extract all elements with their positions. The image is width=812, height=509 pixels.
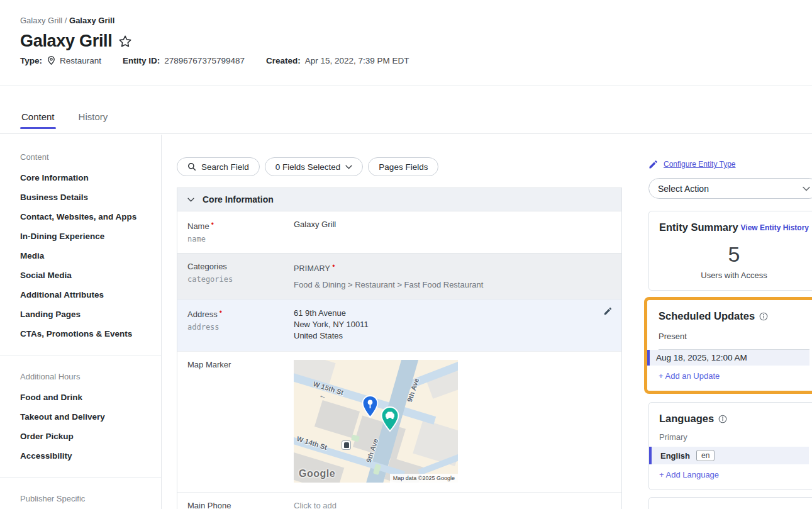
sidebar-item-social-media[interactable]: Social Media [20, 271, 141, 280]
entity-meta: Type: Restaurant Entity ID: 278967673757… [20, 55, 431, 65]
left-sidebar: Content Core Information Business Detail… [0, 135, 162, 509]
tab-history[interactable]: History [77, 111, 109, 133]
address-line-1: 61 9th Avenue [294, 308, 611, 319]
language-name: English [660, 451, 690, 461]
sidebar-item-landing-pages[interactable]: Landing Pages [20, 310, 141, 319]
view-entity-history-link[interactable]: View Entity History [741, 223, 809, 232]
field-row-map-marker[interactable]: Map Marker [177, 351, 621, 492]
select-action-dropdown[interactable]: Select Action [648, 178, 812, 199]
type-label: Type: [20, 56, 42, 65]
select-action-value: Select Action [658, 184, 709, 194]
sidebar-item-core-information[interactable]: Core Information [20, 173, 141, 182]
languages-card: Languages Primary English en + Add Langu… [648, 402, 812, 490]
field-api-categories: categories [187, 275, 294, 284]
add-language-link[interactable]: + Add Language [659, 470, 809, 479]
sidebar-item-ctas-promotions-events[interactable]: CTAs, Promotions & Events [20, 329, 141, 338]
pages-fields-label: Pages Fields [379, 162, 428, 172]
field-row-main-phone[interactable]: Main Phone mainPhone Click to add [177, 492, 621, 509]
breadcrumb-current: Galaxy Grill [69, 16, 114, 25]
transit-station-icon [342, 440, 351, 450]
one-way-arrow-icon: ← [318, 389, 328, 401]
add-update-link[interactable]: + Add an Update [659, 371, 809, 381]
info-icon[interactable] [718, 415, 727, 423]
sidebar-section-heading-additional-hours: Additional Hours [20, 372, 141, 381]
field-value-main-phone[interactable]: Click to add [294, 501, 611, 509]
field-row-name[interactable]: Name name Galaxy Grill [177, 211, 621, 253]
sidebar-item-in-dining-experience[interactable]: In-Dining Experience [20, 232, 141, 241]
sidebar-item-business-details[interactable]: Business Details [20, 193, 141, 202]
location-pin-icon [47, 55, 56, 65]
scheduled-update-date: Aug 18, 2025, 12:00 AM [656, 353, 747, 362]
type-value: Restaurant [60, 56, 101, 65]
fields-selected-dropdown[interactable]: 0 Fields Selected [265, 157, 364, 176]
categories-primary-label: PRIMARY [294, 264, 330, 273]
map-thumbnail[interactable]: W 15th St 9th Ave 9th Ave W 14th St ← ← [294, 360, 458, 483]
address-line-2: New York, NY 10011 [294, 319, 611, 330]
pages-fields-button[interactable]: Pages Fields [368, 157, 438, 176]
field-row-address[interactable]: Address address 61 9th Avenue New York, … [177, 299, 621, 351]
scheduled-updates-card: Scheduled Updates Present Aug 18, 2025, … [644, 297, 812, 394]
configure-entity-type-link[interactable]: Configure Entity Type [664, 160, 736, 169]
star-icon[interactable] [118, 35, 132, 48]
chevron-down-icon [345, 165, 352, 169]
entity-id-value: 27896767375799487 [164, 56, 245, 65]
field-label-name: Name [187, 221, 209, 231]
address-line-3: United States [294, 330, 611, 342]
fields-toolbar: Search Field 0 Fields Selected Pages Fie… [177, 157, 622, 176]
sidebar-section-heading-publisher-specific: Publisher Specific [20, 494, 141, 503]
sidebar-item-contact-websites-apps[interactable]: Contact, Websites, and Apps [20, 212, 141, 221]
sidebar-item-accessibility[interactable]: Accessibility [20, 451, 141, 461]
breadcrumb-parent[interactable]: Galaxy Grill [20, 16, 62, 25]
breadcrumb-separator: / [62, 16, 69, 25]
field-value-categories[interactable]: Food & Dining > Restaurant > Fast Food R… [294, 280, 611, 289]
info-icon[interactable] [759, 312, 768, 321]
sidebar-item-media[interactable]: Media [20, 251, 141, 260]
languages-title: Languages [659, 413, 714, 425]
edit-address-pencil-icon[interactable] [603, 306, 613, 316]
language-item[interactable]: English en [649, 447, 809, 464]
sidebar-item-takeout-and-delivery[interactable]: Takeout and Delivery [20, 412, 141, 422]
field-api-address: address [187, 323, 294, 332]
field-label-map-marker: Map Marker [187, 360, 294, 369]
google-logo: Google [299, 468, 335, 479]
present-label: Present [659, 332, 809, 341]
sidebar-item-food-and-drink[interactable]: Food and Drink [20, 393, 141, 402]
entity-id-label: Entity ID: [123, 56, 160, 65]
entity-summary-title: Entity Summary [659, 221, 738, 233]
fields-selected-label: 0 Fields Selected [275, 162, 341, 172]
breadcrumb: Galaxy Grill / Galaxy Grill [20, 16, 114, 25]
map-attribution: Map data ©2025 Google [390, 474, 458, 483]
right-panel: Configure Entity Type Select Action Enti… [635, 135, 812, 509]
page-title: Galaxy Grill [20, 31, 112, 51]
core-information-section-header[interactable]: Core Information [177, 188, 621, 211]
language-code-badge: en [696, 450, 715, 461]
sidebar-divider [0, 355, 161, 355]
page-header: Galaxy Grill / Galaxy Grill Galaxy Grill… [0, 0, 812, 86]
search-field-label: Search Field [201, 162, 249, 172]
search-icon [187, 162, 196, 171]
created-value: Apr 15, 2022, 7:39 PM EDT [305, 56, 409, 65]
field-table: Core Information Name name Galaxy Grill … [177, 187, 622, 509]
primary-language-label: Primary [659, 432, 809, 442]
section-title: Core Information [203, 194, 274, 204]
field-row-categories[interactable]: Categories categories PRIMARY Food & Din… [177, 253, 621, 299]
required-marker-icon [209, 221, 214, 231]
tab-bar: Content History [0, 86, 812, 134]
users-with-access-label: Users with Access [659, 271, 809, 280]
chevron-down-icon[interactable] [187, 198, 194, 202]
tab-content[interactable]: Content [20, 111, 56, 133]
sidebar-item-additional-attributes[interactable]: Additional Attributes [20, 290, 141, 299]
sidebar-divider [0, 477, 161, 478]
search-field-button[interactable]: Search Field [177, 157, 260, 176]
field-label-categories: Categories [187, 262, 294, 271]
field-api-name: name [187, 235, 294, 243]
chevron-down-icon [803, 186, 810, 191]
scheduled-update-item[interactable]: Aug 18, 2025, 12:00 AM [647, 350, 809, 366]
sidebar-section-heading-content: Content [20, 152, 141, 162]
sidebar-item-order-pickup[interactable]: Order Pickup [20, 432, 141, 441]
next-card-partial [648, 497, 812, 509]
created-label: Created: [266, 56, 301, 65]
scheduled-updates-title: Scheduled Updates [659, 310, 755, 322]
field-value-name[interactable]: Galaxy Grill [294, 220, 611, 243]
field-label-main-phone: Main Phone [187, 501, 294, 509]
